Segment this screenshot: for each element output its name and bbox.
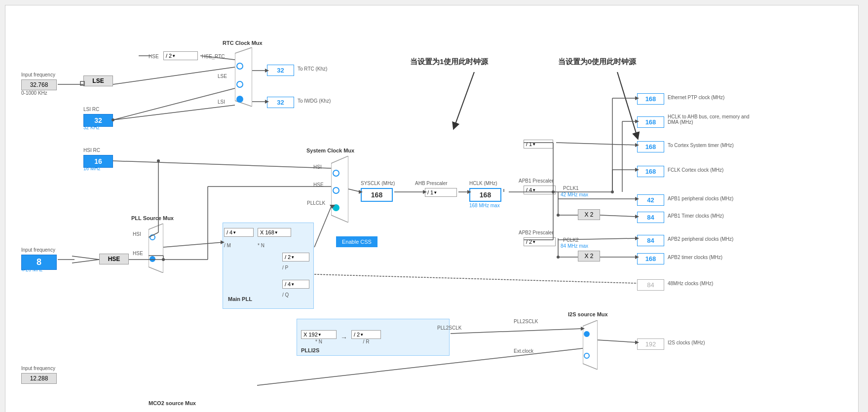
pll-n-dropdown[interactable]: X 168	[258, 228, 291, 237]
hclk-ahb-box: 168	[637, 116, 664, 128]
rtc-clock-mux-label: RTC Clock Mux	[223, 40, 263, 46]
i2s-output-box: 192	[637, 338, 664, 350]
hse-rtc-label: HSE	[149, 54, 159, 59]
ethernet-ptp-label: Ethernet PTP clock (MHz)	[668, 95, 724, 100]
cortex-div-dropdown[interactable]: / 1	[524, 140, 553, 149]
svg-line-26	[113, 161, 331, 168]
to-rtc-box: 32	[267, 65, 294, 76]
sys-clock-mux-label: System Clock Mux	[306, 148, 354, 153]
sys-mux-hsi-label: HSI	[313, 164, 322, 170]
lsi-mux-label: LSI	[218, 99, 225, 105]
sys-mux-hse-label: HSE	[313, 182, 324, 187]
svg-point-10	[150, 257, 155, 262]
input-freq-top-label: Input frequency	[21, 72, 55, 77]
pclk1-max: 42 MHz max	[561, 192, 588, 197]
pll-source-mux-label: PLL Source Mux	[131, 215, 174, 221]
fclk-box: 168	[637, 166, 664, 177]
sysclk-box: 168	[361, 188, 393, 202]
plli2s-n-dropdown[interactable]: X 192	[301, 330, 337, 339]
apb1-x2: X 2	[578, 209, 600, 220]
svg-line-43	[348, 189, 361, 192]
hclk-ahb-label: HCLK to AHB bus, core, memory and DMA (M…	[668, 114, 756, 125]
main-pll-block: / M / 4 X 168 * N / 2 / P	[223, 223, 314, 309]
svg-point-51	[611, 190, 614, 193]
to-iwdg-label: To IWDG (Khz)	[298, 98, 331, 104]
clk-48mhz-box: 84	[637, 279, 664, 291]
apb2-timer-label: APB2 timer clocks (MHz)	[668, 255, 722, 260]
svg-line-16	[113, 67, 235, 84]
clk-48mhz-label: 48MHz clocks (MHz)	[668, 281, 713, 286]
pll-src-hsi-label: HSI	[133, 231, 141, 237]
hsi-label: HSI RC	[83, 148, 100, 153]
svg-line-84	[451, 329, 583, 334]
ahb-prescaler-label: AHB Prescaler	[415, 181, 448, 186]
i2s-mux-body	[583, 320, 598, 371]
pll2sclk-label-left: PLL2SCLK	[437, 325, 461, 331]
apb2-periph-label: APB2 peripheral clocks (MHz)	[668, 236, 733, 242]
mco2-source-mux-label: MCO2 source Mux	[149, 400, 196, 406]
svg-line-87	[598, 340, 637, 342]
annotation-arrow1	[445, 72, 494, 131]
input-freq-bottom-box[interactable]: 12.288	[21, 373, 57, 384]
svg-point-3	[237, 96, 243, 102]
annotation-arrow2	[578, 72, 652, 146]
enable-css-button[interactable]: Enable CSS	[336, 236, 377, 247]
sys-clock-mux-body	[331, 156, 348, 224]
apb1-periph-box: 42	[637, 194, 664, 206]
svg-point-79	[557, 256, 560, 259]
apb2-timer-box: 168	[637, 253, 664, 264]
hse-main-block: HSE	[99, 254, 129, 264]
svg-marker-8	[149, 224, 163, 273]
pll-m-dropdown[interactable]: / 4	[224, 228, 254, 237]
lse-block: LSE	[83, 75, 113, 86]
apb2-periph-box: 84	[637, 235, 664, 246]
svg-point-2	[237, 81, 243, 87]
to-rtc-label: To RTC (Khz)	[298, 66, 327, 72]
apb2-dropdown[interactable]: / 2	[524, 237, 556, 246]
hse-rtc-label-text: HSE_RTC	[202, 54, 225, 59]
svg-marker-11	[583, 320, 598, 370]
apb2-label: APB2 Prescaler	[519, 230, 554, 235]
i2s-mux-label: I2S source Mux	[568, 311, 608, 317]
plli2s-block: X 192 * N → / 2 / R PLLI2S	[297, 319, 450, 356]
svg-line-72	[600, 215, 637, 217]
hsi-freq-label: 16 MHz	[83, 166, 100, 171]
cortex-timer-box: 168	[637, 141, 664, 152]
i2s-output-label: I2S clocks (MHz)	[668, 340, 705, 345]
annotation-label2: 当设置为0使用此时钟源	[558, 57, 636, 67]
hclk-box: 168	[469, 188, 501, 202]
svg-point-5	[333, 170, 339, 176]
svg-line-19	[113, 105, 235, 120]
pll2sclk-label-right: PLL2SCLK	[514, 319, 538, 324]
cortex-timer-label: To Cortex System timer (MHz)	[668, 143, 734, 148]
ahb-prescaler-dropdown[interactable]: / 1	[425, 188, 457, 197]
apb1-timer-label: APB1 Timer clocks (MHz)	[668, 213, 724, 219]
svg-line-83	[314, 274, 637, 283]
annotation-label1: 当设置为1使用此时钟源	[410, 57, 488, 67]
svg-point-1	[237, 63, 243, 69]
apb1-periph-label: APB1 peripheral clocks (MHz)	[668, 196, 733, 201]
svg-line-31	[72, 256, 99, 260]
hse-freq-range: 4-26 MHz	[21, 267, 42, 272]
hse-div2-dropdown[interactable]: / 2	[163, 51, 198, 60]
input-freq-top-box[interactable]: 32.768	[21, 79, 57, 90]
svg-line-17	[113, 88, 235, 120]
pclk2-label: PCLK2	[563, 237, 579, 243]
pll-src-hse-label: HSE	[133, 251, 143, 256]
ethernet-ptp-box: 168	[637, 93, 664, 105]
plli2s-r-dropdown[interactable]: / 2	[351, 330, 381, 339]
pll-source-mux-body	[149, 224, 163, 274]
pll-q-dropdown[interactable]: / 4	[282, 280, 309, 289]
fclk-label: FCLK Cortex clock (MHz)	[668, 167, 723, 173]
sysclk-label: SYSCLK (MHz)	[361, 181, 395, 186]
pclk2-max: 84 MHz max	[561, 243, 588, 249]
apb1-dropdown[interactable]: / 4	[524, 186, 556, 194]
pll-p-dropdown[interactable]: / 2	[282, 253, 309, 262]
sys-mux-pllclk-label: PLLCLK	[307, 200, 325, 206]
lsi-label: LSI RC	[83, 107, 99, 112]
lse-mux-label: LSE	[218, 74, 227, 79]
apb2-x2: X 2	[578, 251, 600, 262]
svg-point-70	[557, 214, 560, 217]
hclk-max: 168 MHz max	[469, 203, 500, 208]
input-freq-top-range: 0-1000 KHz	[21, 90, 47, 96]
